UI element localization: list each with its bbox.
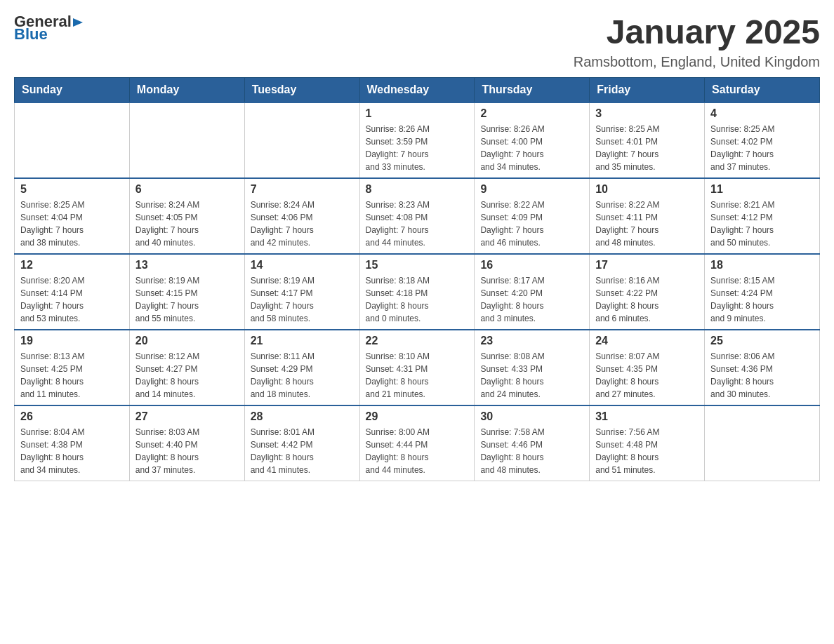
day-info: Sunrise: 8:20 AM Sunset: 4:14 PM Dayligh… xyxy=(20,274,124,325)
calendar-cell: 14Sunrise: 8:19 AM Sunset: 4:17 PM Dayli… xyxy=(244,254,359,330)
calendar-cell: 11Sunrise: 8:21 AM Sunset: 4:12 PM Dayli… xyxy=(705,178,820,254)
day-info: Sunrise: 8:11 AM Sunset: 4:29 PM Dayligh… xyxy=(251,350,354,401)
calendar-cell: 25Sunrise: 8:06 AM Sunset: 4:36 PM Dayli… xyxy=(705,330,820,405)
day-number: 15 xyxy=(366,259,469,271)
calendar-cell: 23Sunrise: 8:08 AM Sunset: 4:33 PM Dayli… xyxy=(475,330,590,405)
calendar-cell: 20Sunrise: 8:12 AM Sunset: 4:27 PM Dayli… xyxy=(129,330,244,405)
calendar-table: SundayMondayTuesdayWednesdayThursdayFrid… xyxy=(14,77,820,481)
calendar-cell: 27Sunrise: 8:03 AM Sunset: 4:40 PM Dayli… xyxy=(129,405,244,481)
day-number: 30 xyxy=(480,410,583,423)
day-info: Sunrise: 7:58 AM Sunset: 4:46 PM Dayligh… xyxy=(480,426,583,476)
calendar-cell: 12Sunrise: 8:20 AM Sunset: 4:14 PM Dayli… xyxy=(15,254,130,330)
week-row-5: 26Sunrise: 8:04 AM Sunset: 4:38 PM Dayli… xyxy=(15,405,820,481)
day-number: 18 xyxy=(710,259,814,271)
calendar-cell: 30Sunrise: 7:58 AM Sunset: 4:46 PM Dayli… xyxy=(475,405,590,481)
day-info: Sunrise: 8:25 AM Sunset: 4:01 PM Dayligh… xyxy=(595,123,699,173)
svg-marker-0 xyxy=(73,18,83,27)
calendar-cell: 18Sunrise: 8:15 AM Sunset: 4:24 PM Dayli… xyxy=(705,254,820,330)
calendar-cell xyxy=(129,102,244,178)
day-number: 3 xyxy=(595,107,699,120)
week-row-3: 12Sunrise: 8:20 AM Sunset: 4:14 PM Dayli… xyxy=(15,254,820,330)
day-number: 23 xyxy=(480,335,583,347)
calendar-cell: 6Sunrise: 8:24 AM Sunset: 4:05 PM Daylig… xyxy=(129,178,244,254)
day-number: 5 xyxy=(20,183,124,196)
day-number: 31 xyxy=(595,410,699,423)
day-info: Sunrise: 8:21 AM Sunset: 4:12 PM Dayligh… xyxy=(710,199,814,249)
day-info: Sunrise: 8:07 AM Sunset: 4:35 PM Dayligh… xyxy=(595,350,699,401)
day-info: Sunrise: 8:25 AM Sunset: 4:02 PM Dayligh… xyxy=(710,123,814,173)
day-number: 7 xyxy=(251,183,354,196)
col-header-sunday: Sunday xyxy=(15,77,130,102)
day-number: 8 xyxy=(366,183,469,196)
day-number: 29 xyxy=(366,410,469,423)
day-info: Sunrise: 8:03 AM Sunset: 4:40 PM Dayligh… xyxy=(135,426,239,476)
week-row-4: 19Sunrise: 8:13 AM Sunset: 4:25 PM Dayli… xyxy=(15,330,820,405)
day-info: Sunrise: 8:24 AM Sunset: 4:06 PM Dayligh… xyxy=(251,199,354,249)
calendar-cell: 16Sunrise: 8:17 AM Sunset: 4:20 PM Dayli… xyxy=(475,254,590,330)
calendar-cell: 9Sunrise: 8:22 AM Sunset: 4:09 PM Daylig… xyxy=(475,178,590,254)
day-info: Sunrise: 8:25 AM Sunset: 4:04 PM Dayligh… xyxy=(20,199,124,249)
day-info: Sunrise: 8:22 AM Sunset: 4:11 PM Dayligh… xyxy=(595,199,699,249)
col-header-saturday: Saturday xyxy=(705,77,820,102)
calendar-cell: 31Sunrise: 7:56 AM Sunset: 4:48 PM Dayli… xyxy=(590,405,705,481)
day-number: 17 xyxy=(595,259,699,271)
day-info: Sunrise: 8:19 AM Sunset: 4:15 PM Dayligh… xyxy=(135,274,239,325)
calendar-cell: 21Sunrise: 8:11 AM Sunset: 4:29 PM Dayli… xyxy=(244,330,359,405)
calendar-cell: 22Sunrise: 8:10 AM Sunset: 4:31 PM Dayli… xyxy=(359,330,475,405)
day-number: 19 xyxy=(20,335,124,347)
day-info: Sunrise: 8:24 AM Sunset: 4:05 PM Dayligh… xyxy=(135,199,239,249)
day-number: 24 xyxy=(595,335,699,347)
day-info: Sunrise: 8:19 AM Sunset: 4:17 PM Dayligh… xyxy=(251,274,354,325)
day-info: Sunrise: 8:26 AM Sunset: 4:00 PM Dayligh… xyxy=(480,123,583,173)
day-info: Sunrise: 7:56 AM Sunset: 4:48 PM Dayligh… xyxy=(595,426,699,476)
calendar-cell: 4Sunrise: 8:25 AM Sunset: 4:02 PM Daylig… xyxy=(705,102,820,178)
day-info: Sunrise: 8:15 AM Sunset: 4:24 PM Dayligh… xyxy=(710,274,814,325)
day-number: 28 xyxy=(251,410,354,423)
calendar-cell: 7Sunrise: 8:24 AM Sunset: 4:06 PM Daylig… xyxy=(244,178,359,254)
col-header-thursday: Thursday xyxy=(475,77,590,102)
day-number: 9 xyxy=(480,183,583,196)
day-number: 10 xyxy=(595,183,699,196)
calendar-cell: 1Sunrise: 8:26 AM Sunset: 3:59 PM Daylig… xyxy=(359,102,475,178)
calendar-cell: 3Sunrise: 8:25 AM Sunset: 4:01 PM Daylig… xyxy=(590,102,705,178)
location-text: Ramsbottom, England, United Kingdom xyxy=(574,54,820,70)
day-info: Sunrise: 8:23 AM Sunset: 4:08 PM Dayligh… xyxy=(366,199,469,249)
day-number: 14 xyxy=(251,259,354,271)
calendar-cell: 5Sunrise: 8:25 AM Sunset: 4:04 PM Daylig… xyxy=(15,178,130,254)
day-info: Sunrise: 8:08 AM Sunset: 4:33 PM Dayligh… xyxy=(480,350,583,401)
day-number: 27 xyxy=(135,410,239,423)
week-row-1: 1Sunrise: 8:26 AM Sunset: 3:59 PM Daylig… xyxy=(15,102,820,178)
day-info: Sunrise: 8:06 AM Sunset: 4:36 PM Dayligh… xyxy=(710,350,814,401)
day-number: 21 xyxy=(251,335,354,347)
calendar-cell: 8Sunrise: 8:23 AM Sunset: 4:08 PM Daylig… xyxy=(359,178,475,254)
calendar-cell: 15Sunrise: 8:18 AM Sunset: 4:18 PM Dayli… xyxy=(359,254,475,330)
day-number: 2 xyxy=(480,107,583,120)
day-info: Sunrise: 8:12 AM Sunset: 4:27 PM Dayligh… xyxy=(135,350,239,401)
calendar-cell xyxy=(705,405,820,481)
day-info: Sunrise: 8:04 AM Sunset: 4:38 PM Dayligh… xyxy=(20,426,124,476)
day-number: 22 xyxy=(366,335,469,347)
day-info: Sunrise: 8:22 AM Sunset: 4:09 PM Dayligh… xyxy=(480,199,583,249)
day-info: Sunrise: 8:17 AM Sunset: 4:20 PM Dayligh… xyxy=(480,274,583,325)
calendar-cell: 28Sunrise: 8:01 AM Sunset: 4:42 PM Dayli… xyxy=(244,405,359,481)
calendar-cell: 2Sunrise: 8:26 AM Sunset: 4:00 PM Daylig… xyxy=(475,102,590,178)
day-number: 12 xyxy=(20,259,124,271)
col-header-friday: Friday xyxy=(590,77,705,102)
title-area: January 2025 Ramsbottom, England, United… xyxy=(574,14,820,70)
calendar-cell: 10Sunrise: 8:22 AM Sunset: 4:11 PM Dayli… xyxy=(590,178,705,254)
col-header-tuesday: Tuesday xyxy=(244,77,359,102)
day-number: 6 xyxy=(135,183,239,196)
calendar-cell: 26Sunrise: 8:04 AM Sunset: 4:38 PM Dayli… xyxy=(15,405,130,481)
day-info: Sunrise: 8:00 AM Sunset: 4:44 PM Dayligh… xyxy=(366,426,469,476)
col-header-wednesday: Wednesday xyxy=(359,77,475,102)
day-number: 20 xyxy=(135,335,239,347)
day-number: 11 xyxy=(710,183,814,196)
calendar-cell xyxy=(15,102,130,178)
week-row-2: 5Sunrise: 8:25 AM Sunset: 4:04 PM Daylig… xyxy=(15,178,820,254)
day-info: Sunrise: 8:16 AM Sunset: 4:22 PM Dayligh… xyxy=(595,274,699,325)
month-title: January 2025 xyxy=(574,14,820,51)
logo: General Blue xyxy=(14,14,84,42)
calendar-header-row: SundayMondayTuesdayWednesdayThursdayFrid… xyxy=(15,77,820,102)
day-info: Sunrise: 8:18 AM Sunset: 4:18 PM Dayligh… xyxy=(366,274,469,325)
calendar-cell: 19Sunrise: 8:13 AM Sunset: 4:25 PM Dayli… xyxy=(15,330,130,405)
